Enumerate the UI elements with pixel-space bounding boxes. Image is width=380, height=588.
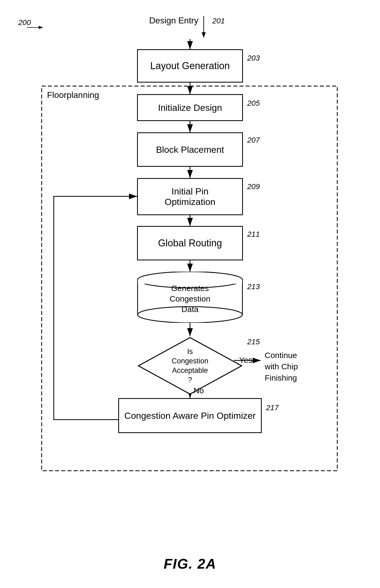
- ref-arrow-200: [27, 22, 48, 33]
- ref-209: 209: [247, 182, 260, 191]
- ref-211: 211: [247, 230, 260, 239]
- ref-207: 207: [247, 136, 260, 144]
- design-entry-arrow: [198, 16, 209, 40]
- floorplanning-label: Floorplanning: [47, 90, 99, 100]
- ref-215: 215: [247, 338, 260, 346]
- ref-213: 213: [247, 282, 260, 291]
- ref-217: 217: [266, 403, 279, 412]
- no-label: No: [193, 386, 204, 395]
- design-entry-label: Design Entry: [149, 16, 198, 26]
- ref-203: 203: [247, 54, 260, 62]
- block-placement-box: Block Placement: [137, 132, 243, 167]
- diagram: 200 Design Entry 201 Layout Generation 2…: [0, 0, 380, 588]
- layout-generation-box: Layout Generation: [137, 49, 243, 83]
- congestion-data-cylinder: GeneratesCongestionData: [137, 272, 243, 323]
- initial-pin-opt-box: Initial PinOptimization: [137, 178, 243, 215]
- congestion-aware-box: Congestion Aware Pin Optimizer: [118, 398, 262, 433]
- congestion-diamond: IsCongestionAcceptable?: [137, 336, 243, 395]
- figure-label: FIG. 2A: [164, 556, 216, 572]
- ref-205: 205: [247, 99, 260, 108]
- ref-201: 201: [212, 17, 225, 25]
- global-routing-box: Global Routing: [137, 226, 243, 260]
- yes-label: Yes: [239, 356, 252, 365]
- initialize-design-box: Initialize Design: [137, 94, 243, 121]
- continue-label: Continuewith ChipFinishing: [265, 350, 298, 384]
